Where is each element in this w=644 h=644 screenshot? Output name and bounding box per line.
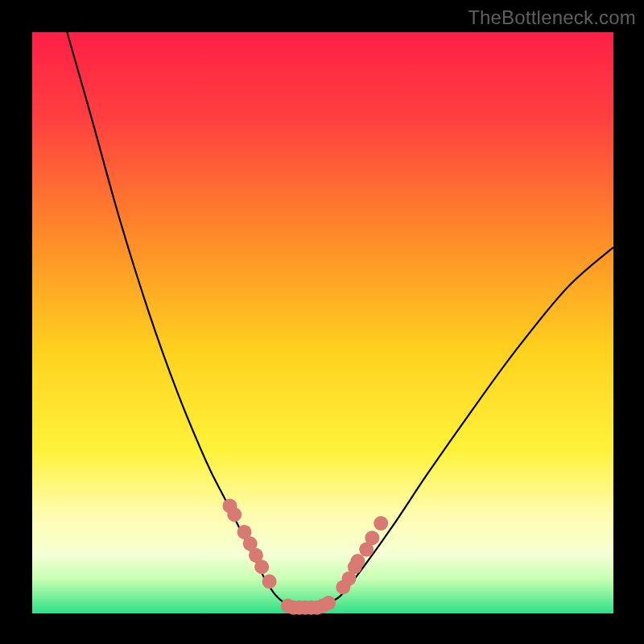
data-point: [350, 554, 365, 568]
bottleneck-curve: [67, 32, 613, 608]
data-point: [365, 530, 379, 545]
data-point: [227, 507, 242, 522]
data-point: [254, 559, 269, 574]
data-point: [374, 516, 388, 530]
chart-frame: TheBottleneck.com: [0, 0, 644, 644]
curve-layer: [32, 32, 613, 613]
plot-area: [32, 32, 613, 613]
data-point: [262, 574, 277, 588]
highlighted-points: [222, 498, 388, 614]
watermark-text: TheBottleneck.com: [468, 6, 636, 29]
data-point: [321, 596, 336, 610]
